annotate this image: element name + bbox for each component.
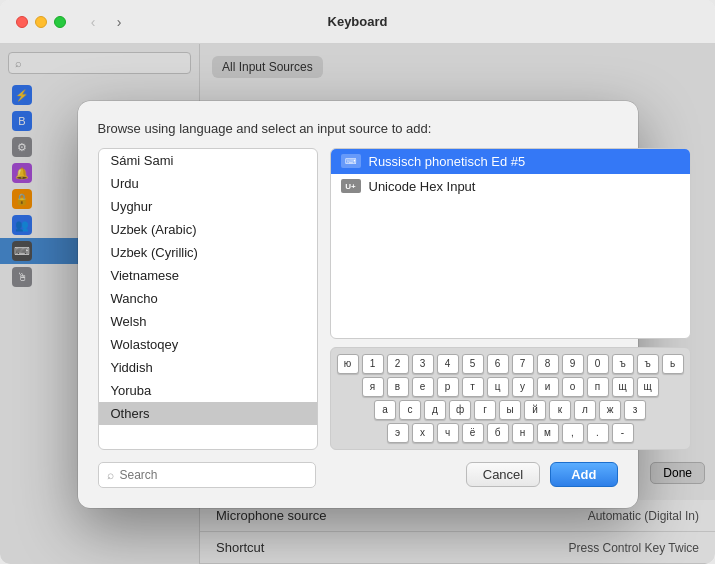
key[interactable]: у bbox=[512, 377, 534, 397]
list-item-others[interactable]: Others bbox=[99, 402, 317, 425]
minimize-button[interactable] bbox=[35, 16, 47, 28]
list-item[interactable]: Uzbek (Cyrillic) bbox=[99, 241, 317, 264]
key[interactable]: ф bbox=[449, 400, 471, 420]
key[interactable]: и bbox=[537, 377, 559, 397]
dialog-backdrop: Browse using language and select an inpu… bbox=[0, 44, 715, 564]
key[interactable]: . bbox=[587, 423, 609, 443]
key[interactable]: ц bbox=[487, 377, 509, 397]
dialog-title: Browse using language and select an inpu… bbox=[98, 121, 618, 136]
add-input-source-dialog: Browse using language and select an inpu… bbox=[78, 101, 638, 508]
cancel-button[interactable]: Cancel bbox=[466, 462, 540, 487]
key[interactable]: ю bbox=[337, 354, 359, 374]
key[interactable]: ч bbox=[437, 423, 459, 443]
key[interactable]: я bbox=[362, 377, 384, 397]
list-item[interactable]: Welsh bbox=[99, 310, 317, 333]
list-item[interactable]: Wolastoqey bbox=[99, 333, 317, 356]
dialog-buttons: Cancel Add bbox=[466, 462, 618, 487]
key[interactable]: с bbox=[399, 400, 421, 420]
dialog-body: Sámi Sami Urdu Uyghur Uzbek (Arabic) Uzb… bbox=[98, 148, 618, 450]
key[interactable]: 8 bbox=[537, 354, 559, 374]
titlebar: ‹ › Keyboard bbox=[0, 0, 715, 44]
key[interactable]: п bbox=[587, 377, 609, 397]
key[interactable]: 1 bbox=[362, 354, 384, 374]
keyboard-row-1: ю 1 2 3 4 5 6 7 8 9 0 ъ ъ bbox=[337, 354, 684, 374]
list-item[interactable]: Uyghur bbox=[99, 195, 317, 218]
key[interactable]: з bbox=[624, 400, 646, 420]
key[interactable]: р bbox=[437, 377, 459, 397]
input-source-russisch-label: Russisch phonetisch Ed #5 bbox=[369, 154, 526, 169]
add-button[interactable]: Add bbox=[550, 462, 617, 487]
search-input[interactable] bbox=[120, 468, 307, 482]
key[interactable]: т bbox=[462, 377, 484, 397]
key[interactable]: э bbox=[387, 423, 409, 443]
input-right-panel: ⌨ Russisch phonetisch Ed #5 U+ Unicode H… bbox=[330, 148, 691, 450]
main-window: ‹ › Keyboard ⌕ ⚡ B ⚙ 🔔 bbox=[0, 0, 715, 564]
key[interactable]: н bbox=[512, 423, 534, 443]
list-item[interactable]: Wancho bbox=[99, 287, 317, 310]
key[interactable]: г bbox=[474, 400, 496, 420]
keyboard-row-2: я в е р т ц у и о п щ щ bbox=[337, 377, 684, 397]
key[interactable]: д bbox=[424, 400, 446, 420]
key[interactable]: 2 bbox=[387, 354, 409, 374]
keyboard-row-3: а с д ф г ы й к л ж з bbox=[337, 400, 684, 420]
key[interactable]: б bbox=[487, 423, 509, 443]
key[interactable]: й bbox=[524, 400, 546, 420]
list-item[interactable]: Yoruba bbox=[99, 379, 317, 402]
list-item[interactable]: Uzbek (Arabic) bbox=[99, 218, 317, 241]
nav-arrows: ‹ › bbox=[82, 11, 130, 33]
back-button[interactable]: ‹ bbox=[82, 11, 104, 33]
window-title: Keyboard bbox=[328, 14, 388, 29]
key[interactable]: 7 bbox=[512, 354, 534, 374]
key[interactable]: м bbox=[537, 423, 559, 443]
key[interactable]: щ bbox=[637, 377, 659, 397]
maximize-button[interactable] bbox=[54, 16, 66, 28]
key[interactable]: л bbox=[574, 400, 596, 420]
keyboard-preview: ю 1 2 3 4 5 6 7 8 9 0 ъ ъ bbox=[330, 347, 691, 450]
key[interactable]: о bbox=[562, 377, 584, 397]
key[interactable]: ы bbox=[499, 400, 521, 420]
key[interactable]: ъ bbox=[612, 354, 634, 374]
key[interactable]: 4 bbox=[437, 354, 459, 374]
input-source-unicode-label: Unicode Hex Input bbox=[369, 179, 476, 194]
close-button[interactable] bbox=[16, 16, 28, 28]
key[interactable]: 6 bbox=[487, 354, 509, 374]
dialog-footer: ⌕ Cancel Add bbox=[98, 462, 618, 488]
forward-button[interactable]: › bbox=[108, 11, 130, 33]
language-list-container: Sámi Sami Urdu Uyghur Uzbek (Arabic) Uzb… bbox=[98, 148, 318, 450]
key[interactable]: 5 bbox=[462, 354, 484, 374]
input-source-item-unicode[interactable]: U+ Unicode Hex Input bbox=[331, 174, 690, 199]
key[interactable]: 9 bbox=[562, 354, 584, 374]
list-item[interactable]: Sámi Sami bbox=[99, 149, 317, 172]
search-icon: ⌕ bbox=[107, 468, 114, 482]
key[interactable]: в bbox=[387, 377, 409, 397]
keyboard-row-4: э х ч ё б н м , . - bbox=[337, 423, 684, 443]
key[interactable]: - bbox=[612, 423, 634, 443]
list-item[interactable]: Yiddish bbox=[99, 356, 317, 379]
key[interactable]: , bbox=[562, 423, 584, 443]
list-item[interactable]: Vietnamese bbox=[99, 264, 317, 287]
key[interactable]: к bbox=[549, 400, 571, 420]
key[interactable]: 3 bbox=[412, 354, 434, 374]
key[interactable]: ь bbox=[662, 354, 684, 374]
key[interactable]: ж bbox=[599, 400, 621, 420]
input-source-item-russisch[interactable]: ⌨ Russisch phonetisch Ed #5 bbox=[331, 149, 690, 174]
input-sources-panel: ⌨ Russisch phonetisch Ed #5 U+ Unicode H… bbox=[330, 148, 691, 339]
key[interactable]: 0 bbox=[587, 354, 609, 374]
traffic-lights bbox=[16, 16, 66, 28]
key[interactable]: ё bbox=[462, 423, 484, 443]
key[interactable]: е bbox=[412, 377, 434, 397]
u-plus-badge-icon: U+ bbox=[341, 179, 361, 193]
dialog-search-container[interactable]: ⌕ bbox=[98, 462, 316, 488]
key[interactable]: а bbox=[374, 400, 396, 420]
keyboard-badge-icon: ⌨ bbox=[341, 154, 361, 168]
key[interactable]: ъ bbox=[637, 354, 659, 374]
key[interactable]: щ bbox=[612, 377, 634, 397]
language-list[interactable]: Sámi Sami Urdu Uyghur Uzbek (Arabic) Uzb… bbox=[99, 149, 317, 449]
list-item[interactable]: Urdu bbox=[99, 172, 317, 195]
key[interactable]: х bbox=[412, 423, 434, 443]
